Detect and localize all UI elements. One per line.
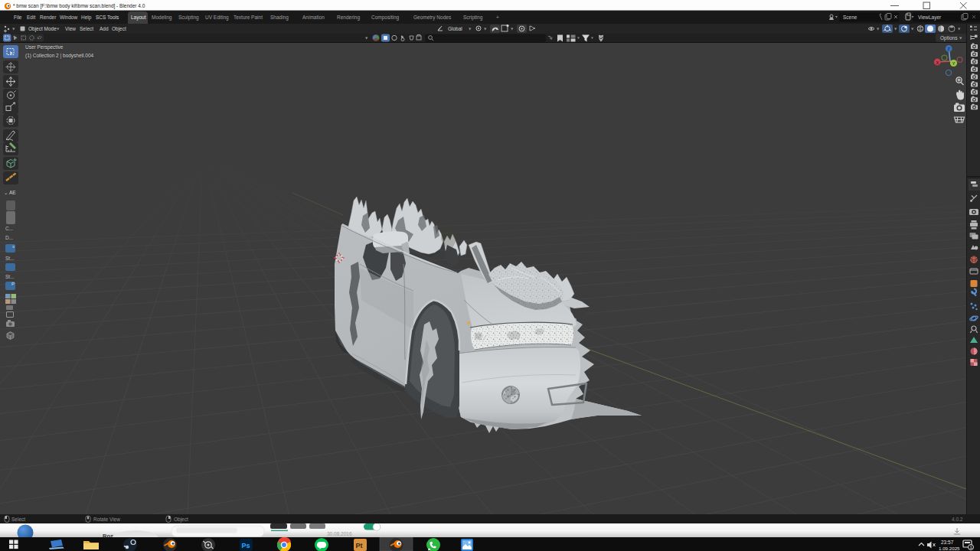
svg-text:Global: Global <box>448 26 462 31</box>
svg-text:Rotate View: Rotate View <box>93 517 120 522</box>
svg-text:Select: Select <box>80 26 93 31</box>
svg-text:Add: Add <box>100 26 109 31</box>
svg-text:Select: Select <box>11 517 25 522</box>
svg-text:Object Mode: Object Mode <box>28 26 57 32</box>
svg-text:Y: Y <box>952 61 956 66</box>
svg-text:1.09.2025: 1.09.2025 <box>939 546 960 551</box>
svg-text:ViewLayer: ViewLayer <box>918 15 942 21</box>
svg-text:Ps: Ps <box>242 542 250 549</box>
svg-text:30.08.2016: 30.08.2016 <box>327 531 352 536</box>
svg-text:X: X <box>936 60 939 65</box>
svg-text:Pt: Pt <box>356 542 363 549</box>
svg-text:23:57: 23:57 <box>941 540 954 545</box>
svg-text:View: View <box>65 26 76 31</box>
svg-text:Scene: Scene <box>843 15 858 20</box>
svg-text:4.0.2: 4.0.2 <box>952 517 963 522</box>
svg-text:Object: Object <box>174 517 188 523</box>
svg-text:Object: Object <box>112 26 126 32</box>
